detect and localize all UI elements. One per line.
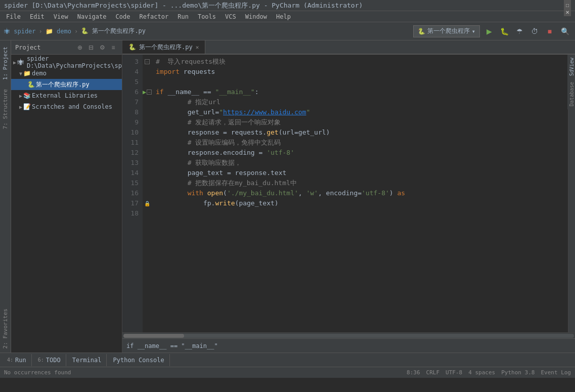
line-num-15: 15 [122, 178, 143, 188]
tab-run[interactable]: 4: Run [2, 354, 32, 366]
menu-edit[interactable]: Edit [26, 11, 49, 22]
toolbar-right: 🐍 第一个爬虫程序 ▾ ▶ 🐛 ☂ ⏱ ■ 🔍 [413, 25, 571, 37]
menu-window[interactable]: Window [241, 11, 271, 22]
status-line-ending[interactable]: CRLF [426, 369, 440, 376]
run-tab-num: 4: [7, 357, 13, 363]
menu-refactor[interactable]: Refactor [135, 11, 172, 22]
status-position[interactable]: 8:36 [407, 369, 420, 376]
tree-arrow-ext: ▶ [19, 93, 22, 99]
run-tab-label: Run [15, 357, 26, 364]
stop-button[interactable]: ■ [544, 25, 556, 37]
status-event-log[interactable]: Event Log [541, 369, 571, 376]
line-num-7: 7 [122, 97, 143, 107]
debug-button[interactable]: 🐛 [498, 25, 510, 37]
code-utf8-str2: 'utf-8' [362, 188, 389, 198]
project-add-button[interactable]: ⊕ [75, 43, 84, 52]
status-python-version[interactable]: Python 3.8 [501, 369, 535, 376]
tree-item-main-file[interactable]: 🐍 第一个爬虫程序.py [11, 79, 122, 90]
tab-python-console[interactable]: Python Console [108, 354, 169, 366]
status-bar: No occurrences found 8:36 CRLF UTF-8 4 s… [0, 367, 575, 378]
menu-tools[interactable]: Tools [194, 11, 220, 22]
tab-main-file[interactable]: 🐍 第一个爬虫程序.py ✕ [122, 40, 205, 54]
gutter-fold-3[interactable]: − [143, 57, 152, 67]
line-num-9: 9 [122, 117, 143, 127]
run-indicator-6[interactable]: ▶ [143, 89, 146, 96]
profile-button[interactable]: ⏱ [528, 25, 541, 37]
scroll-thumb[interactable] [123, 334, 184, 338]
fold-icon-3[interactable]: − [145, 59, 150, 64]
code-module: requests [184, 67, 215, 77]
status-encoding[interactable]: UTF-8 [446, 369, 462, 376]
terminal-tab-label: Terminal [72, 357, 102, 364]
project-menu-button[interactable]: ≡ [109, 43, 118, 52]
project-panel: Project ⊕ ⊟ ⚙ ≡ ▶ 🕷 spider D:\Data\Pycha… [11, 40, 122, 353]
panel-sdview-label[interactable]: SdView [567, 55, 575, 79]
find-bar: if __name__ == "__main__" [122, 338, 575, 353]
panel-project-label[interactable]: 1: Project [1, 42, 10, 84]
file-icon-main: 🐍 [27, 81, 35, 88]
code-open-fn: open [207, 188, 223, 198]
menu-help[interactable]: Help [272, 11, 295, 22]
search-everywhere-button[interactable]: 🔍 [559, 25, 571, 37]
gutter-9 [143, 117, 152, 127]
code-content[interactable]: # 导入requests模块 import requests if __name… [152, 55, 568, 332]
code-line-18 [156, 208, 564, 219]
gutter-7 [143, 97, 152, 107]
run-config-label: 第一个爬虫程序 [427, 27, 470, 35]
fold-icon-6[interactable]: − [147, 90, 152, 95]
menu-bar: File Edit View Navigate Code Refactor Ru… [0, 11, 575, 22]
code-dunder-name: __name__ [167, 87, 199, 97]
run-config-selector[interactable]: 🐍 第一个爬虫程序 ▾ [413, 25, 480, 37]
panel-database-label[interactable]: Database [567, 79, 575, 109]
menu-code[interactable]: Code [112, 11, 135, 22]
maximize-button[interactable]: □ [564, 2, 571, 9]
menu-run[interactable]: Run [173, 11, 193, 22]
tree-arrow-scratches: ▶ [19, 104, 22, 110]
tree-arrow-demo: ▼ [19, 71, 22, 76]
python-console-tab-label: Python Console [113, 357, 164, 364]
scroll-track [123, 334, 574, 338]
code-if-kw: if [156, 87, 164, 97]
tree-item-ext-libs[interactable]: ▶ 📚 External Libraries [11, 90, 122, 101]
code-line-15: # 把数据保存在my_bai_du.html中 [156, 178, 564, 188]
code-url: https://www.baidu.com [223, 107, 306, 117]
menu-view[interactable]: View [50, 11, 72, 22]
run-button[interactable]: ▶ [483, 25, 495, 37]
menu-navigate[interactable]: Navigate [73, 11, 111, 22]
run-config-icon: 🐍 [418, 28, 425, 35]
code-get-url-ref: get_url [298, 127, 326, 138]
gutter-18 [143, 208, 152, 219]
status-indent[interactable]: 4 spaces [468, 369, 495, 376]
line-num-14: 14 [122, 168, 143, 178]
menu-file[interactable]: File [2, 11, 25, 22]
tab-todo[interactable]: 6: TODO [33, 354, 66, 366]
code-editor[interactable]: 3 4 5 6 7 8 9 10 11 12 13 14 15 16 17 18 [122, 55, 575, 332]
tree-item-demo[interactable]: ▼ 📁 demo [11, 68, 122, 79]
tab-close-button[interactable]: ✕ [196, 44, 199, 51]
tree-item-scratches[interactable]: ▶ 📝 Scratches and Consoles [11, 101, 122, 112]
line-num-5: 5 [122, 77, 143, 87]
project-settings-button[interactable]: ⚙ [98, 43, 107, 52]
project-header: Project ⊕ ⊟ ⚙ ≡ [11, 40, 122, 55]
menu-vcs[interactable]: VCS [221, 11, 240, 22]
breadcrumb-demo[interactable]: 📁 demo [46, 28, 71, 35]
panel-favorites-label[interactable]: 2: Favorites [1, 304, 10, 353]
project-title: Project [15, 44, 73, 51]
tree-label-scratches: Scratches and Consoles [32, 103, 112, 110]
panel-structure-label[interactable]: 7: Structure [1, 85, 10, 133]
breadcrumb-file[interactable]: 🐍 第一个爬虫程序.py [81, 27, 146, 35]
breadcrumb-spider[interactable]: 🕷 spider [4, 28, 36, 35]
horizontal-scrollbar[interactable] [122, 332, 575, 338]
tree-item-spider[interactable]: ▶ 🕷 spider D:\Data\PycharmProjects\spide… [11, 57, 122, 68]
close-button[interactable]: ✕ [564, 9, 571, 16]
code-line-6: if __name__ == "__main__" : [156, 87, 564, 97]
code-page-text-ref: page_text [239, 198, 274, 208]
code-mode-str: 'w' [306, 188, 318, 198]
project-collapse-button[interactable]: ⊟ [86, 43, 96, 52]
coverage-button[interactable]: ☂ [513, 25, 525, 37]
code-url-param: url [283, 127, 294, 138]
tab-terminal[interactable]: Terminal [67, 354, 107, 366]
tree-label-ext-libs: External Libraries [32, 92, 98, 99]
code-str-open: " [219, 107, 223, 117]
todo-tab-num: 6: [38, 357, 44, 363]
